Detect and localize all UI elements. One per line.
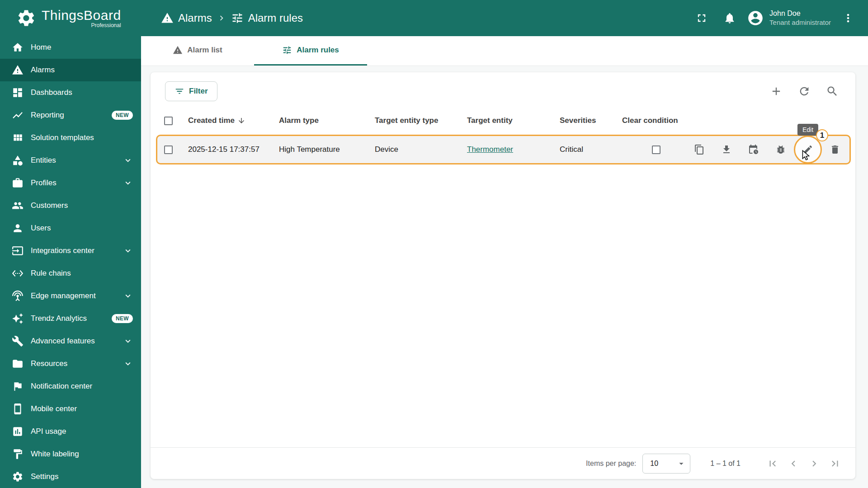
clear-condition-checkbox[interactable] xyxy=(652,145,660,154)
copy-button[interactable] xyxy=(690,140,709,159)
sidebar-item-advanced-features[interactable]: Advanced features xyxy=(0,330,141,352)
table-row[interactable]: 2025-12-15 17:37:57 High Temperature Dev… xyxy=(156,135,851,164)
sidebar-item-label: Edge management xyxy=(31,291,96,300)
fullscreen-button[interactable] xyxy=(691,7,712,29)
sidebar-item-label: Advanced features xyxy=(31,337,95,346)
breadcrumb-alarm-rules[interactable]: Alarm rules xyxy=(231,12,303,24)
sidebar-item-label: Solution templates xyxy=(31,133,94,142)
next-page-button[interactable] xyxy=(804,453,825,474)
chevron-down-icon xyxy=(123,336,133,346)
chevron-down-icon xyxy=(123,359,133,369)
cell-alarm-type: High Temperature xyxy=(279,145,375,154)
breadcrumb-label: Alarm rules xyxy=(248,12,303,24)
sidebar-item-customers[interactable]: Customers xyxy=(0,194,141,217)
add-alarm-rule-button[interactable] xyxy=(767,82,786,101)
breadcrumb-alarms[interactable]: Alarms xyxy=(161,12,212,24)
trendz-icon xyxy=(12,313,24,324)
sidebar-item-profiles[interactable]: Profiles xyxy=(0,172,141,194)
column-header-clear-condition[interactable]: Clear condition xyxy=(622,116,690,125)
breadcrumb-separator-icon xyxy=(217,13,226,23)
warning-icon xyxy=(12,64,24,76)
sidebar-item-rule-chains[interactable]: Rule chains xyxy=(0,262,141,285)
delete-button[interactable] xyxy=(826,140,844,159)
sidebar-item-home[interactable]: Home xyxy=(0,36,141,59)
pagination-bar: Items per page: 10 1 – 1 of 1 xyxy=(151,447,855,479)
plus-icon xyxy=(770,85,783,98)
chevron-right-icon xyxy=(808,458,820,469)
notifications-button[interactable] xyxy=(719,7,741,29)
mouse-cursor-icon xyxy=(800,149,812,161)
sidebar-item-notification-center[interactable]: Notification center xyxy=(0,375,141,398)
column-label: Alarm type xyxy=(279,116,319,125)
api-usage-icon xyxy=(12,426,24,437)
target-entity-link[interactable]: Thermometer xyxy=(467,145,560,154)
sidebar-item-label: Settings xyxy=(31,472,58,481)
sidebar-item-api-usage[interactable]: API usage xyxy=(0,420,141,443)
sidebar-item-reporting[interactable]: Reporting NEW xyxy=(0,104,141,127)
sidebar-item-mobile-center[interactable]: Mobile center xyxy=(0,398,141,420)
column-header-target-entity[interactable]: Target entity xyxy=(467,116,560,125)
sidebar-item-label: Rule chains xyxy=(31,269,71,278)
cell-created-time: 2025-12-15 17:37:57 xyxy=(188,145,279,154)
select-all-checkbox[interactable] xyxy=(164,117,173,125)
debug-button[interactable] xyxy=(771,140,790,159)
last-page-button[interactable] xyxy=(825,453,845,474)
sidebar-item-label: Reporting xyxy=(31,111,64,120)
tab-bar: Alarm list Alarm rules xyxy=(141,36,868,66)
previous-page-button[interactable] xyxy=(783,453,804,474)
more-menu-button[interactable] xyxy=(837,7,859,29)
app-header: ThingsBoard Professional Alarms Alarm ru… xyxy=(0,0,868,36)
templates-icon xyxy=(12,132,24,144)
refresh-button[interactable] xyxy=(795,82,814,101)
column-label: Created time xyxy=(188,116,235,125)
cell-severities: Critical xyxy=(560,145,622,154)
sidebar-item-white-labeling[interactable]: White labeling xyxy=(0,443,141,465)
rule-chains-icon xyxy=(12,267,24,279)
row-actions: Edit 1 xyxy=(690,140,859,159)
search-button[interactable] xyxy=(823,82,842,101)
sidebar-item-edge-management[interactable]: Edge management xyxy=(0,285,141,307)
white-labeling-icon xyxy=(12,448,24,460)
items-per-page-select[interactable]: 10 xyxy=(642,454,690,474)
schedule-export-button[interactable] xyxy=(744,140,763,159)
tab-alarm-rules[interactable]: Alarm rules xyxy=(254,36,367,66)
dropdown-arrow-icon xyxy=(676,459,686,469)
user-menu[interactable]: John Doe Tenant administrator xyxy=(747,9,831,27)
sidebar-item-dashboards[interactable]: Dashboards xyxy=(0,81,141,104)
tab-alarm-list[interactable]: Alarm list xyxy=(141,36,254,66)
sidebar-item-settings[interactable]: Settings xyxy=(0,465,141,488)
column-label: Severities xyxy=(560,116,596,125)
sidebar-item-integrations-center[interactable]: Integrations center xyxy=(0,239,141,262)
first-page-button[interactable] xyxy=(762,453,783,474)
download-icon xyxy=(721,144,732,155)
chevron-down-icon xyxy=(123,178,133,188)
row-checkbox[interactable] xyxy=(164,145,173,154)
sidebar-item-label: Alarms xyxy=(31,66,55,75)
last-page-icon xyxy=(829,458,841,469)
sidebar-item-label: Dashboards xyxy=(31,88,72,97)
app-logo[interactable]: ThingsBoard Professional xyxy=(0,8,141,28)
sidebar-item-label: Home xyxy=(31,43,51,52)
tune-icon xyxy=(231,12,244,24)
chevron-down-icon xyxy=(123,246,133,256)
column-header-severities[interactable]: Severities xyxy=(560,116,622,125)
sidebar-item-resources[interactable]: Resources xyxy=(0,352,141,375)
items-per-page-label: Items per page: xyxy=(586,460,636,468)
refresh-icon xyxy=(798,85,811,98)
sidebar-item-label: API usage xyxy=(31,427,66,436)
column-header-alarm-type[interactable]: Alarm type xyxy=(279,116,375,125)
avatar xyxy=(747,9,764,27)
column-header-target-entity-type[interactable]: Target entity type xyxy=(375,116,467,125)
filter-button[interactable]: Filter xyxy=(165,81,217,101)
sidebar-item-alarms[interactable]: Alarms xyxy=(0,59,141,81)
sidebar-item-label: White labeling xyxy=(31,450,79,459)
sidebar-item-trendz-analytics[interactable]: Trendz Analytics NEW xyxy=(0,307,141,330)
sidebar-item-entities[interactable]: Entities xyxy=(0,149,141,172)
column-header-created-time[interactable]: Created time xyxy=(188,116,279,125)
sidebar-item-users[interactable]: Users xyxy=(0,217,141,239)
sidebar-item-solution-templates[interactable]: Solution templates xyxy=(0,127,141,149)
chevron-down-icon xyxy=(123,155,133,165)
cell-target-entity-type: Device xyxy=(375,145,467,154)
tab-label: Alarm list xyxy=(187,46,222,55)
download-button[interactable] xyxy=(717,140,736,159)
